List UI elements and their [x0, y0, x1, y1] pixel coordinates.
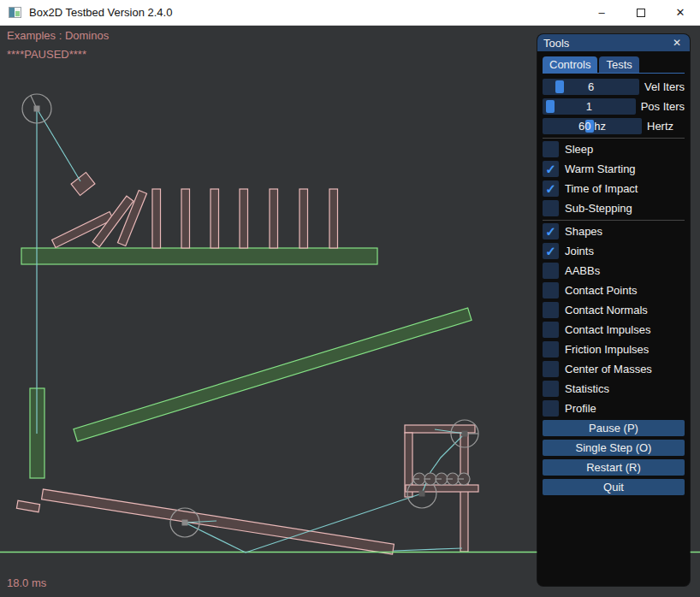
check-icon: ✓ — [545, 162, 556, 177]
check-row-warm-starting: ✓Warm Starting — [543, 161, 685, 177]
checkbox-label: Sub-Stepping — [565, 202, 632, 215]
pause-p-button[interactable]: Pause (P) — [543, 420, 685, 436]
checkbox-profile[interactable] — [543, 400, 559, 417]
separator — [543, 138, 685, 139]
checkbox-label: Time of Impact — [565, 182, 638, 195]
check-row-contact-impulses: Contact Impulses — [543, 322, 685, 338]
checkbox-label: Sleep — [565, 143, 593, 156]
checkbox-label: AABBs — [565, 264, 600, 277]
tools-panel-title: Tools — [543, 37, 569, 50]
checkbox-time-of-impact[interactable]: ✓ — [543, 180, 559, 197]
checkbox-label: Center of Masses — [565, 363, 652, 375]
window-titlebar: Box2D Testbed Version 2.4.0 – ✕ — [0, 0, 700, 26]
slider-row-pos-iters: 1Pos Iters — [543, 98, 685, 115]
checkbox-contact-normals[interactable] — [543, 302, 559, 318]
joint-anchor-marker — [34, 106, 40, 112]
slider-value: 6 — [543, 79, 639, 95]
tools-panel: Tools ✕ ControlsTests 6Vel Iters1Pos Ite… — [537, 34, 690, 586]
tab-controls[interactable]: Controls — [543, 56, 597, 73]
slider-value: 1 — [543, 98, 636, 115]
checkbox-group-settings: Sleep✓Warm Starting✓Time of ImpactSub-St… — [543, 141, 685, 216]
checkbox-label: Friction Impulses — [565, 343, 649, 356]
checkbox-statistics[interactable] — [543, 381, 559, 397]
checkbox-sleep[interactable] — [543, 141, 559, 157]
check-row-contact-normals: Contact Normals — [543, 302, 685, 318]
single-step-o-button[interactable]: Single Step (O) — [543, 440, 685, 456]
slider-row-vel-iters: 6Vel Iters — [543, 79, 685, 95]
checkbox-sub-stepping[interactable] — [543, 200, 559, 216]
joint-anchor-marker — [462, 431, 468, 437]
check-row-joints: ✓Joints — [543, 243, 685, 259]
dynamic-body[interactable] — [240, 189, 248, 248]
slider-label: Pos Iters — [641, 100, 685, 113]
joint-anchor-marker — [182, 520, 188, 526]
app-icon — [9, 7, 21, 18]
check-row-aabbs: AABBs — [543, 263, 685, 279]
check-row-time-of-impact: ✓Time of Impact — [543, 180, 685, 197]
checkbox-label: Statistics — [565, 382, 609, 395]
checkbox-shapes[interactable]: ✓ — [543, 223, 559, 239]
dynamic-body[interactable] — [300, 189, 308, 248]
check-icon: ✓ — [545, 224, 556, 239]
restart-r-button[interactable]: Restart (R) — [543, 459, 685, 476]
check-row-profile: Profile — [543, 400, 685, 417]
slider-value: 60 hz — [543, 118, 642, 134]
checkbox-group-draw: ✓Shapes✓JointsAABBsContact PointsContact… — [543, 223, 685, 417]
quit-button[interactable]: Quit — [543, 479, 685, 495]
tab-tests[interactable]: Tests — [599, 56, 638, 73]
dynamic-body[interactable] — [181, 189, 190, 248]
slider-group: 6Vel Iters1Pos Iters60 hzHertz — [543, 79, 685, 134]
check-icon: ✓ — [545, 244, 556, 259]
checkbox-aabbs[interactable] — [543, 263, 559, 279]
maximize-icon — [637, 9, 645, 17]
dynamic-body[interactable] — [329, 189, 338, 248]
check-icon: ✓ — [545, 181, 556, 197]
static-body[interactable] — [21, 248, 377, 264]
check-row-statistics: Statistics — [543, 381, 685, 397]
frame-time-label: 18.0 ms — [7, 576, 46, 589]
dynamic-body[interactable] — [406, 485, 478, 492]
checkbox-warm-starting[interactable]: ✓ — [543, 161, 559, 177]
paused-label: ****PAUSED**** — [7, 48, 86, 61]
slider-label: Hertz — [647, 120, 673, 133]
button-group: Pause (P)Single Step (O)Restart (R)Quit — [543, 420, 685, 495]
dynamic-body[interactable] — [152, 189, 161, 248]
checkbox-label: Contact Impulses — [565, 323, 650, 336]
checkbox-contact-impulses[interactable] — [543, 322, 559, 338]
maximize-button[interactable] — [621, 0, 661, 26]
check-row-contact-points: Contact Points — [543, 282, 685, 298]
check-row-sub-stepping: Sub-Stepping — [543, 200, 685, 216]
dynamic-body[interactable] — [211, 189, 219, 248]
close-button[interactable]: ✕ — [661, 0, 700, 26]
checkbox-label: Shapes — [565, 225, 602, 238]
checkbox-label: Contact Normals — [565, 304, 648, 316]
slider-row-hertz: 60 hzHertz — [543, 118, 685, 134]
window-title: Box2D Testbed Version 2.4.0 — [29, 6, 172, 19]
slider-vel-iters[interactable]: 6 — [543, 79, 639, 95]
tabbar: ControlsTests — [543, 56, 685, 74]
tools-panel-titlebar[interactable]: Tools ✕ — [537, 34, 690, 51]
check-row-friction-impulses: Friction Impulses — [543, 341, 685, 358]
checkbox-joints[interactable]: ✓ — [543, 243, 559, 259]
checkbox-label: Warm Starting — [565, 163, 636, 175]
checkbox-label: Profile — [565, 402, 596, 415]
joint-anchor-marker — [419, 491, 425, 497]
slider-hertz[interactable]: 60 hz — [543, 118, 642, 134]
check-row-shapes: ✓Shapes — [543, 223, 685, 239]
check-row-sleep: Sleep — [543, 141, 685, 157]
panel-close-icon[interactable]: ✕ — [670, 36, 684, 50]
checkbox-contact-points[interactable] — [543, 282, 559, 298]
check-row-center-of-masses: Center of Masses — [543, 361, 685, 377]
minimize-button[interactable]: – — [582, 0, 621, 26]
slider-label: Vel Iters — [644, 80, 685, 93]
checkbox-friction-impulses[interactable] — [543, 341, 559, 358]
example-label: Examples : Dominos — [7, 29, 109, 42]
checkbox-label: Joints — [565, 245, 594, 257]
separator — [543, 220, 685, 221]
checkbox-label: Contact Points — [565, 284, 638, 297]
checkbox-center-of-masses[interactable] — [543, 361, 559, 377]
slider-pos-iters[interactable]: 1 — [543, 98, 636, 115]
dynamic-body[interactable] — [270, 189, 278, 248]
